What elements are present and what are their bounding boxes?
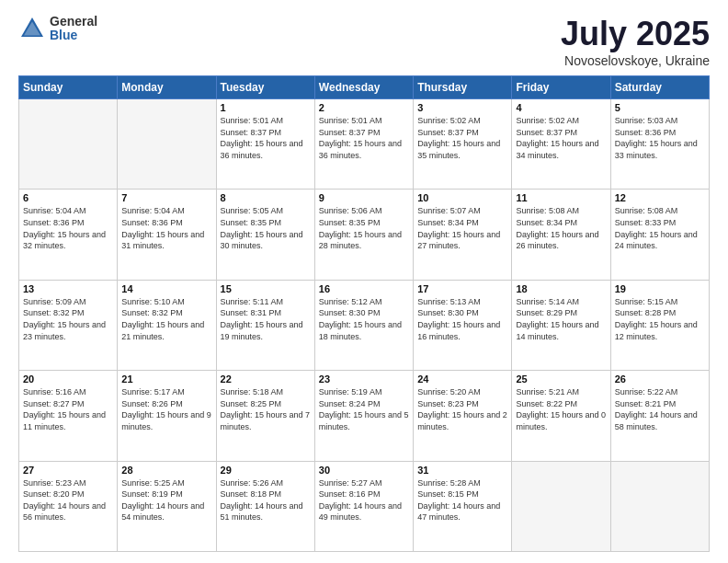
calendar-cell	[610, 461, 709, 551]
calendar-cell: 4Sunrise: 5:02 AMSunset: 8:37 PMDaylight…	[512, 99, 610, 190]
calendar-cell: 16Sunrise: 5:12 AMSunset: 8:30 PMDayligh…	[314, 280, 413, 370]
calendar-cell: 15Sunrise: 5:11 AMSunset: 8:31 PMDayligh…	[216, 280, 314, 370]
day-number: 29	[221, 465, 311, 476]
day-info: Sunrise: 5:01 AMSunset: 8:37 PMDaylight:…	[319, 115, 409, 161]
location-subtitle: Novoselovskoye, Ukraine	[561, 53, 710, 68]
day-number: 7	[121, 192, 211, 203]
day-number: 23	[319, 373, 409, 385]
day-info: Sunrise: 5:02 AMSunset: 8:37 PMDaylight:…	[516, 115, 606, 161]
day-number: 28	[121, 465, 211, 476]
calendar-cell: 25Sunrise: 5:21 AMSunset: 8:22 PMDayligh…	[512, 371, 610, 461]
day-info: Sunrise: 5:09 AMSunset: 8:32 PMDaylight:…	[23, 296, 113, 342]
day-number: 19	[615, 283, 705, 294]
day-info: Sunrise: 5:23 AMSunset: 8:20 PMDaylight:…	[23, 477, 113, 523]
calendar-cell: 28Sunrise: 5:25 AMSunset: 8:19 PMDayligh…	[118, 461, 216, 551]
day-number: 1	[221, 102, 311, 113]
day-info: Sunrise: 5:16 AMSunset: 8:27 PMDaylight:…	[23, 386, 113, 432]
calendar-cell	[19, 99, 118, 190]
calendar-cell: 23Sunrise: 5:19 AMSunset: 8:24 PMDayligh…	[314, 371, 413, 461]
logo-icon	[18, 15, 46, 42]
day-number: 14	[121, 283, 211, 294]
calendar-cell: 1Sunrise: 5:01 AMSunset: 8:37 PMDaylight…	[216, 99, 314, 190]
calendar-cell: 31Sunrise: 5:28 AMSunset: 8:15 PMDayligh…	[414, 461, 512, 551]
calendar-cell: 12Sunrise: 5:08 AMSunset: 8:33 PMDayligh…	[610, 190, 709, 280]
logo-text: General Blue	[50, 15, 97, 43]
calendar-cell: 10Sunrise: 5:07 AMSunset: 8:34 PMDayligh…	[414, 190, 512, 280]
day-number: 15	[221, 283, 311, 294]
day-number: 31	[417, 465, 507, 476]
calendar-cell: 24Sunrise: 5:20 AMSunset: 8:23 PMDayligh…	[414, 371, 512, 461]
day-number: 26	[615, 373, 705, 385]
day-number: 22	[221, 373, 311, 385]
day-info: Sunrise: 5:05 AMSunset: 8:35 PMDaylight:…	[221, 205, 311, 251]
day-info: Sunrise: 5:08 AMSunset: 8:33 PMDaylight:…	[615, 205, 705, 251]
week-row-1: 1Sunrise: 5:01 AMSunset: 8:37 PMDaylight…	[19, 99, 710, 190]
day-number: 13	[23, 283, 113, 294]
header: General Blue July 2025 Novoselovskoye, U…	[18, 15, 710, 68]
day-number: 9	[319, 192, 409, 203]
day-header-tuesday: Tuesday	[216, 76, 314, 99]
calendar-cell: 22Sunrise: 5:18 AMSunset: 8:25 PMDayligh…	[216, 371, 314, 461]
calendar-table: SundayMondayTuesdayWednesdayThursdayFrid…	[18, 75, 710, 552]
calendar-cell: 21Sunrise: 5:17 AMSunset: 8:26 PMDayligh…	[118, 371, 216, 461]
day-number: 18	[516, 283, 606, 294]
day-info: Sunrise: 5:03 AMSunset: 8:36 PMDaylight:…	[615, 115, 705, 161]
calendar-cell: 8Sunrise: 5:05 AMSunset: 8:35 PMDaylight…	[216, 190, 314, 280]
week-row-3: 13Sunrise: 5:09 AMSunset: 8:32 PMDayligh…	[19, 280, 710, 370]
title-block: July 2025 Novoselovskoye, Ukraine	[561, 15, 710, 68]
day-info: Sunrise: 5:12 AMSunset: 8:30 PMDaylight:…	[319, 296, 409, 342]
calendar-cell: 18Sunrise: 5:14 AMSunset: 8:29 PMDayligh…	[512, 280, 610, 370]
calendar-cell: 2Sunrise: 5:01 AMSunset: 8:37 PMDaylight…	[314, 99, 413, 190]
day-number: 30	[319, 465, 409, 476]
calendar-cell: 6Sunrise: 5:04 AMSunset: 8:36 PMDaylight…	[19, 190, 118, 280]
calendar-cell: 19Sunrise: 5:15 AMSunset: 8:28 PMDayligh…	[610, 280, 709, 370]
day-header-friday: Friday	[512, 76, 610, 99]
calendar-cell: 9Sunrise: 5:06 AMSunset: 8:35 PMDaylight…	[314, 190, 413, 280]
day-info: Sunrise: 5:28 AMSunset: 8:15 PMDaylight:…	[417, 477, 507, 523]
day-info: Sunrise: 5:19 AMSunset: 8:24 PMDaylight:…	[319, 386, 409, 432]
day-number: 6	[23, 192, 113, 203]
day-number: 27	[23, 465, 113, 476]
calendar-cell: 3Sunrise: 5:02 AMSunset: 8:37 PMDaylight…	[414, 99, 512, 190]
day-info: Sunrise: 5:22 AMSunset: 8:21 PMDaylight:…	[615, 386, 705, 432]
day-info: Sunrise: 5:04 AMSunset: 8:36 PMDaylight:…	[121, 205, 211, 251]
day-number: 10	[417, 192, 507, 203]
day-info: Sunrise: 5:10 AMSunset: 8:32 PMDaylight:…	[121, 296, 211, 342]
day-info: Sunrise: 5:26 AMSunset: 8:18 PMDaylight:…	[221, 477, 311, 523]
calendar-cell: 13Sunrise: 5:09 AMSunset: 8:32 PMDayligh…	[19, 280, 118, 370]
day-info: Sunrise: 5:15 AMSunset: 8:28 PMDaylight:…	[615, 296, 705, 342]
day-info: Sunrise: 5:11 AMSunset: 8:31 PMDaylight:…	[221, 296, 311, 342]
day-number: 11	[516, 192, 606, 203]
day-header-sunday: Sunday	[19, 76, 118, 99]
week-row-4: 20Sunrise: 5:16 AMSunset: 8:27 PMDayligh…	[19, 371, 710, 461]
day-header-thursday: Thursday	[414, 76, 512, 99]
day-number: 25	[516, 373, 606, 385]
day-number: 3	[417, 102, 507, 113]
day-header-saturday: Saturday	[610, 76, 709, 99]
day-info: Sunrise: 5:08 AMSunset: 8:34 PMDaylight:…	[516, 205, 606, 251]
calendar-cell: 29Sunrise: 5:26 AMSunset: 8:18 PMDayligh…	[216, 461, 314, 551]
calendar-cell: 14Sunrise: 5:10 AMSunset: 8:32 PMDayligh…	[118, 280, 216, 370]
calendar-cell: 26Sunrise: 5:22 AMSunset: 8:21 PMDayligh…	[610, 371, 709, 461]
logo: General Blue	[18, 15, 97, 43]
day-number: 4	[516, 102, 606, 113]
calendar-cell: 11Sunrise: 5:08 AMSunset: 8:34 PMDayligh…	[512, 190, 610, 280]
day-header-monday: Monday	[118, 76, 216, 99]
day-number: 5	[615, 102, 705, 113]
day-number: 16	[319, 283, 409, 294]
day-info: Sunrise: 5:20 AMSunset: 8:23 PMDaylight:…	[417, 386, 507, 432]
calendar-header-row: SundayMondayTuesdayWednesdayThursdayFrid…	[19, 76, 710, 99]
day-number: 2	[319, 102, 409, 113]
week-row-5: 27Sunrise: 5:23 AMSunset: 8:20 PMDayligh…	[19, 461, 710, 551]
calendar-cell: 20Sunrise: 5:16 AMSunset: 8:27 PMDayligh…	[19, 371, 118, 461]
day-info: Sunrise: 5:14 AMSunset: 8:29 PMDaylight:…	[516, 296, 606, 342]
day-number: 12	[615, 192, 705, 203]
calendar-cell: 17Sunrise: 5:13 AMSunset: 8:30 PMDayligh…	[414, 280, 512, 370]
day-number: 17	[417, 283, 507, 294]
day-info: Sunrise: 5:07 AMSunset: 8:34 PMDaylight:…	[417, 205, 507, 251]
calendar-cell: 7Sunrise: 5:04 AMSunset: 8:36 PMDaylight…	[118, 190, 216, 280]
day-info: Sunrise: 5:21 AMSunset: 8:22 PMDaylight:…	[516, 386, 606, 432]
logo-general: General	[50, 15, 97, 29]
day-info: Sunrise: 5:13 AMSunset: 8:30 PMDaylight:…	[417, 296, 507, 342]
calendar-cell: 27Sunrise: 5:23 AMSunset: 8:20 PMDayligh…	[19, 461, 118, 551]
